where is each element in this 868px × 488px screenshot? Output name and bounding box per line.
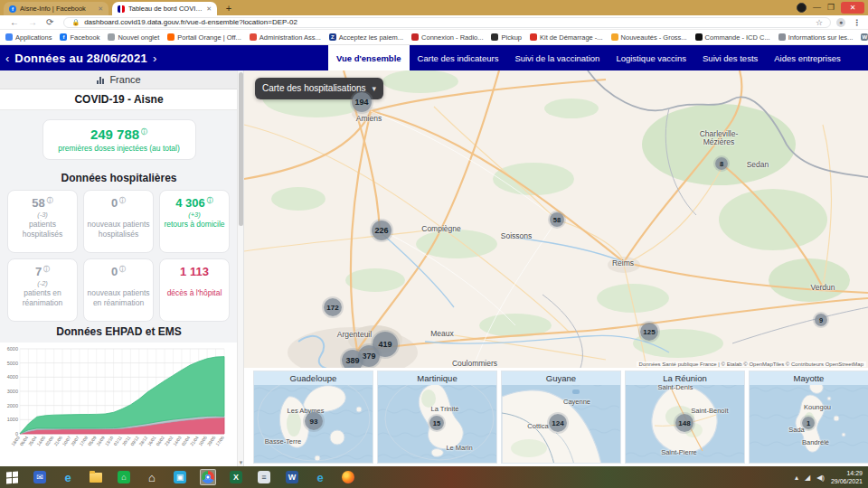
facebook-icon: f [60, 33, 67, 41]
firefox-icon[interactable] [340, 469, 356, 485]
info-icon[interactable]: ⓘ [207, 197, 213, 203]
bookmark-portail-orange-off[interactable]: Portail Orange | Off... [167, 33, 241, 42]
bookmark-commande-icd-c[interactable]: Commande - ICD C... [695, 33, 770, 42]
inset-mayotte[interactable]: MayotteKoungouSadaBandrélé1 [749, 371, 868, 464]
prev-date-button[interactable]: ‹ [0, 52, 14, 65]
new-tab-button[interactable]: + [222, 3, 235, 15]
address-bar[interactable]: 🔒 dashboard.covid19.data.gouv.fr/vue-d-e… [63, 17, 831, 28]
edge-icon[interactable]: e [312, 469, 328, 485]
region-selector[interactable]: France [0, 70, 238, 89]
tab-close-icon[interactable]: ✕ [98, 5, 103, 13]
inset-la-reunion[interactable]: La RéunionSaint-DenisSaint-BenoîtSaint-P… [625, 371, 745, 464]
forward-icon[interactable]: → [28, 16, 37, 29]
map-bubble-389[interactable]: 389 [342, 350, 363, 368]
sidebar-scrollbar[interactable]: ▼ [237, 70, 243, 466]
map-bubble-9[interactable]: 9 [815, 314, 827, 326]
bookmark-nouvel-onglet[interactable]: Nouvel onglet [108, 33, 159, 42]
ehpad-chart[interactable]: 010002000300040005000600018/0306/0425/04… [0, 343, 238, 466]
back-icon[interactable]: ← [10, 16, 19, 29]
start-button-icon[interactable] [4, 469, 20, 485]
mail-app-icon[interactable]: ✉ [32, 469, 48, 485]
profile-icon[interactable]: ● [836, 18, 845, 27]
city-label-coulommiers: Coulommiers [452, 359, 497, 368]
bookmark-connexion-radio[interactable]: Connexion - Radio... [411, 33, 483, 42]
maximize-button[interactable]: ❐ [827, 1, 835, 14]
info-icon[interactable]: ⓘ [119, 197, 126, 203]
scrollbar-down-arrow[interactable]: ▼ [238, 460, 244, 465]
bookmark-acceptez-les-paiem[interactable]: ZAcceptez les paiem... [329, 33, 403, 42]
windows-taskbar: ✉e⌂⌂▣X≡We ▴ ◢ ◀) 14:29 29/06/2021 [0, 466, 868, 488]
tab-close-icon[interactable]: ✕ [206, 5, 212, 13]
info-icon[interactable]: ⓘ [47, 197, 53, 203]
taskbar-clock[interactable]: 14:29 29/06/2021 [831, 469, 863, 485]
browser-tab-aisne-info-facebook[interactable]: fAisne-Info | Facebook✕ [4, 2, 108, 15]
internet-explorer-icon[interactable]: e [60, 469, 76, 485]
bookmark-pickup[interactable]: Pickup [491, 33, 522, 42]
word-icon[interactable]: W [284, 469, 300, 485]
info-icon[interactable]: ⓘ [43, 266, 50, 272]
profile-avatar[interactable] [797, 3, 807, 13]
url-text[interactable]: dashboard.covid19.data.gouv.fr/vue-d-ens… [84, 18, 297, 26]
inset-guyane[interactable]: GuyaneCayenneCottica124 [501, 371, 621, 464]
bookmark-administration-ass[interactable]: Administration Ass... [250, 33, 321, 42]
bookmark-facebook[interactable]: fFacebook [60, 33, 99, 42]
map-bubble-93[interactable]: 93 [305, 412, 323, 430]
network-icon[interactable]: ◢ [805, 474, 810, 482]
region-label: France [109, 74, 140, 85]
inset-guadeloupe[interactable]: GuadeloupeLes AbymesBasse-Terre93 [253, 371, 373, 464]
map-bubble-124[interactable]: 124 [549, 414, 567, 432]
stat-delta [87, 279, 150, 287]
bookmark-kit-de-d-marrage[interactable]: Kit de Démarrage -... [530, 33, 603, 42]
nav-tab-logistique-vaccins[interactable]: Logistique vaccins [608, 45, 694, 70]
bookmark-tutoriel-servietta[interactable]: WTutoriel « Servietta... [861, 33, 868, 42]
windows-store-icon[interactable]: ⌂ [116, 469, 132, 485]
map-bubble-226[interactable]: 226 [372, 221, 392, 240]
bookmark-label: Commande - ICD C... [705, 33, 770, 42]
nav-tab-aides-entreprises[interactable]: Aides entreprises [766, 45, 848, 70]
bookmarks-list: ApplicationsfFacebookNouvel ongletPortai… [5, 33, 868, 42]
browser-tab-tableau-de-bord-covid-19-suiv[interactable]: Tableau de bord COVID-19 Suiv✕ [112, 2, 217, 15]
city-label-compi-gne: Compiègne [421, 224, 460, 233]
menu-icon[interactable]: ⋮ [853, 18, 861, 27]
bookmark-nouveaut-s-gross[interactable]: Nouveautés - Gross... [611, 33, 687, 42]
nav-tab-vue-d-ensemble[interactable]: Vue d'ensemble [328, 45, 410, 70]
chrome-icon[interactable] [200, 469, 216, 485]
scrollbar-thumb[interactable] [239, 72, 243, 226]
bookmark-informations-sur-les[interactable]: Informations sur les... [778, 33, 854, 42]
minimize-button[interactable]: — [813, 1, 821, 14]
city-label-verdun: Verdun [811, 283, 835, 292]
close-button[interactable]: ✕ [841, 2, 864, 14]
reload-icon[interactable]: ⟳ [46, 16, 53, 29]
map-layer-label: Carte des hospitalisations [262, 83, 366, 94]
map-bubble-15[interactable]: 15 [429, 416, 444, 430]
bookmarks-bar: ApplicationsfFacebookNouvel ongletPortai… [0, 30, 868, 45]
map-bubble-8[interactable]: 8 [715, 157, 728, 170]
inset-martinique[interactable]: MartiniqueLa TrinitéLe Marin15 [377, 371, 497, 464]
map-bubble-58[interactable]: 58 [550, 212, 564, 227]
map-bubble-125[interactable]: 125 [640, 323, 658, 341]
fax-scan-icon[interactable]: ≡ [256, 469, 272, 485]
next-date-button[interactable]: › [147, 52, 162, 65]
hospitalisations-map[interactable]: Carte des hospitalisations ▾ AmiensCharl… [244, 70, 868, 368]
bookmark-star-icon[interactable]: ☆ [816, 18, 823, 27]
tile-glyph: ✉ [33, 471, 46, 483]
nav-tab-carte-des-indicateurs[interactable]: Carte des indicateurs [410, 45, 507, 70]
map-bubble-172[interactable]: 172 [324, 298, 342, 316]
home-app-icon[interactable]: ⌂ [144, 469, 160, 485]
map-bubble-148[interactable]: 148 [675, 414, 693, 432]
file-explorer-icon[interactable] [88, 469, 104, 485]
volume-icon[interactable]: ◀) [816, 474, 825, 482]
nav-tab-suivi-de-la-vaccination[interactable]: Suivi de la vaccination [506, 45, 608, 70]
taskbar-icons: ✉e⌂⌂▣X≡We [4, 469, 356, 485]
excel-icon[interactable]: X [228, 469, 244, 485]
photos-app-icon[interactable]: ▣ [172, 469, 188, 485]
hidden-icons-chevron[interactable]: ▴ [795, 474, 798, 482]
inset-title-guadeloupe: Guadeloupe [254, 371, 373, 385]
info-icon[interactable]: ⓘ [141, 128, 147, 135]
gouv-marianne-icon [118, 5, 125, 13]
nav-tab-suivi-des-tests[interactable]: Suivi des tests [694, 45, 766, 70]
info-icon[interactable]: ⓘ [119, 266, 126, 272]
map-bubble-1[interactable]: 1 [802, 417, 815, 429]
map-bubble-194[interactable]: 194 [352, 92, 372, 112]
bookmark-applications[interactable]: Applications [5, 33, 52, 42]
